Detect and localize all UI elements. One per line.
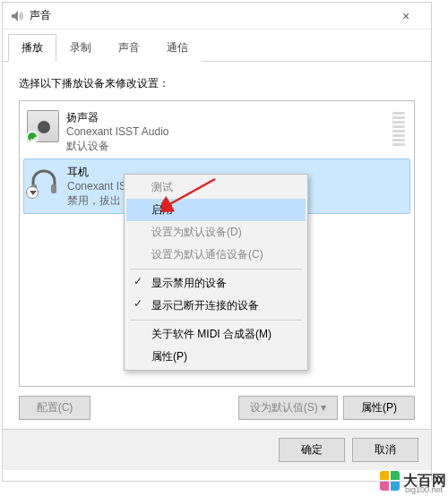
- menu-enable[interactable]: 启用: [126, 199, 306, 221]
- properties-button[interactable]: 属性(P): [343, 396, 415, 420]
- cancel-button[interactable]: 取消: [352, 438, 418, 462]
- device-name: 耳机: [67, 165, 126, 179]
- ok-button[interactable]: 确定: [279, 438, 345, 462]
- level-meter: [391, 110, 407, 148]
- menu-properties[interactable]: 属性(P): [126, 346, 306, 368]
- menu-show-disabled[interactable]: 显示禁用的设备: [126, 272, 306, 295]
- device-text: 耳机 Conexant IS 禁用，拔出: [67, 165, 126, 208]
- watermark-url: big100.net: [405, 485, 443, 494]
- menu-separator: [130, 269, 302, 269]
- menu-test[interactable]: 测试: [126, 176, 306, 199]
- close-button[interactable]: ×: [388, 4, 424, 29]
- device-name: 扬声器: [66, 110, 169, 124]
- sound-icon: [10, 9, 24, 23]
- svg-rect-1: [51, 184, 56, 193]
- dialog-button-bar: 确定 取消: [3, 429, 431, 470]
- tab-communication[interactable]: 通信: [153, 34, 202, 62]
- window-title: 声音: [30, 8, 388, 23]
- tab-recording[interactable]: 录制: [56, 34, 105, 62]
- instruction-text: 选择以下播放设备来修改设置：: [19, 76, 415, 91]
- device-status: 禁用，拔出: [67, 193, 126, 208]
- configure-button[interactable]: 配置(C): [19, 396, 90, 420]
- menu-show-disconnected[interactable]: 显示已断开连接的设备: [126, 295, 306, 317]
- device-item-speakers[interactable]: 扬声器 Conexant ISST Audio 默认设备: [23, 105, 410, 158]
- tab-sound[interactable]: 声音: [105, 34, 153, 62]
- headphone-icon: [28, 165, 60, 197]
- title-bar[interactable]: 声音 ×: [3, 3, 431, 30]
- device-subtitle: Conexant IS: [67, 179, 126, 193]
- context-menu: 测试 启用 设置为默认设备(D) 设置为默认通信设备(C) 显示禁用的设备 显示…: [124, 174, 308, 371]
- menu-set-default[interactable]: 设置为默认设备(D): [126, 221, 306, 244]
- device-subtitle: Conexant ISST Audio: [66, 124, 169, 139]
- menu-set-comm-default[interactable]: 设置为默认通信设备(C): [126, 244, 306, 266]
- device-status: 默认设备: [66, 139, 169, 153]
- watermark-logo-icon: [380, 471, 400, 491]
- set-default-button[interactable]: 设为默认值(S) ▾: [238, 396, 338, 420]
- default-check-badge: [26, 131, 39, 143]
- disabled-badge: [26, 186, 39, 199]
- tab-strip: 播放 录制 声音 通信: [3, 30, 431, 62]
- watermark: 大百网 big100.net: [380, 471, 446, 491]
- speaker-icon: [27, 110, 59, 142]
- menu-about-midi[interactable]: 关于软件 MIDI 合成器(M): [126, 323, 306, 346]
- menu-separator: [130, 320, 302, 321]
- bottom-button-row: 配置(C) 设为默认值(S) ▾ 属性(P): [19, 396, 415, 420]
- tab-playback[interactable]: 播放: [8, 34, 56, 62]
- device-text: 扬声器 Conexant ISST Audio 默认设备: [66, 110, 169, 153]
